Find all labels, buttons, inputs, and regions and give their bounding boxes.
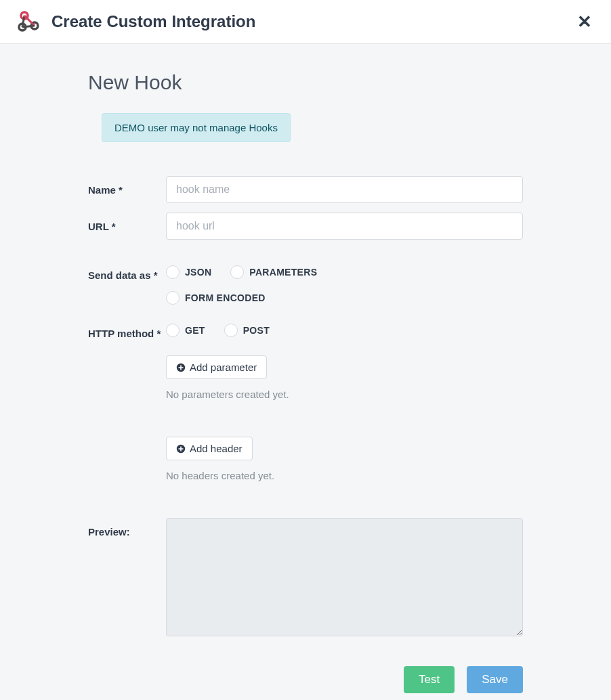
send-data-label: Send data as * — [88, 261, 166, 305]
radio-icon — [230, 265, 244, 279]
alert-banner: DEMO user may not manage Hooks — [102, 113, 291, 142]
form-row-url: URL * — [88, 213, 523, 240]
radio-parameters[interactable]: PARAMETERS — [230, 265, 317, 279]
radio-get[interactable]: GET — [166, 324, 205, 337]
radio-json-label: JSON — [185, 267, 211, 278]
modal-footer: Test Save — [88, 666, 523, 693]
headers-empty-text: No headers created yet. — [166, 470, 523, 481]
close-icon: ✕ — [577, 12, 592, 32]
form-row-headers: Add header No headers created yet. — [88, 437, 523, 503]
radio-post[interactable]: POST — [224, 324, 270, 337]
radio-form-encoded[interactable]: FORM ENCODED — [166, 291, 523, 305]
form-row-send-data: Send data as * JSON PARAMETERS FORM ENCO… — [88, 261, 523, 305]
form-row-name: Name * — [88, 176, 523, 203]
form-row-http-method: HTTP method * GET POST — [88, 320, 523, 341]
url-input[interactable] — [166, 213, 523, 240]
plus-circle-icon — [176, 444, 186, 454]
radio-icon — [166, 265, 180, 279]
add-parameter-label: Add parameter — [190, 362, 257, 373]
add-header-label: Add header — [190, 443, 243, 454]
plus-circle-icon — [176, 363, 186, 372]
parameters-empty-text: No parameters created yet. — [166, 389, 523, 400]
modal-title: Create Custom Integration — [51, 12, 572, 31]
preview-textarea[interactable] — [166, 518, 523, 636]
radio-icon — [166, 324, 180, 337]
modal-header: Create Custom Integration ✕ — [0, 0, 611, 44]
form-row-preview: Preview: — [88, 518, 523, 639]
save-button[interactable]: Save — [467, 666, 523, 693]
add-parameter-button[interactable]: Add parameter — [166, 355, 267, 379]
url-label: URL * — [88, 213, 166, 240]
radio-icon — [224, 324, 238, 337]
add-header-button[interactable]: Add header — [166, 437, 253, 460]
radio-get-label: GET — [185, 325, 205, 336]
radio-parameters-label: PARAMETERS — [249, 267, 317, 278]
radio-json[interactable]: JSON — [166, 265, 211, 279]
page-title: New Hook — [88, 71, 523, 94]
name-label: Name * — [88, 176, 166, 203]
radio-form-encoded-label: FORM ENCODED — [185, 292, 266, 303]
radio-icon — [166, 291, 180, 305]
name-input[interactable] — [166, 176, 523, 203]
close-button[interactable]: ✕ — [572, 10, 597, 33]
test-button[interactable]: Test — [404, 666, 455, 693]
webhook-icon — [14, 7, 43, 37]
modal-body: New Hook DEMO user may not manage Hooks … — [0, 44, 611, 700]
radio-post-label: POST — [243, 325, 270, 336]
preview-label: Preview: — [88, 518, 166, 639]
form-row-parameters: Add parameter No parameters created yet. — [88, 355, 523, 422]
http-method-label: HTTP method * — [88, 320, 166, 341]
